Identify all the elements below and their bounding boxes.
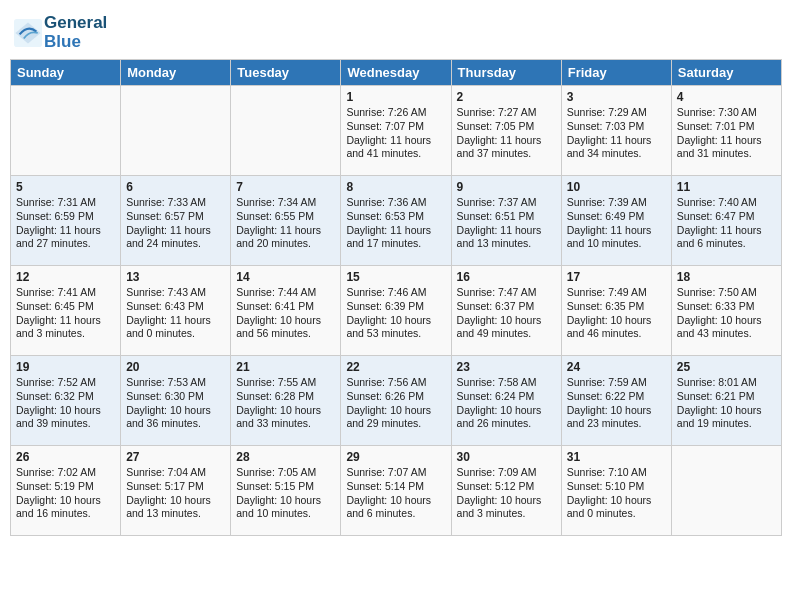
day-info-line: Daylight: 10 hours and 23 minutes. xyxy=(567,404,666,431)
day-info-line: Daylight: 10 hours and 10 minutes. xyxy=(236,494,335,521)
day-info-line: Sunset: 6:45 PM xyxy=(16,300,115,314)
day-number: 2 xyxy=(457,90,556,104)
calendar-cell: 31Sunrise: 7:10 AMSunset: 5:10 PMDayligh… xyxy=(561,446,671,536)
day-number: 28 xyxy=(236,450,335,464)
day-number: 4 xyxy=(677,90,776,104)
calendar-week-3: 12Sunrise: 7:41 AMSunset: 6:45 PMDayligh… xyxy=(11,266,782,356)
day-info-line: Sunset: 6:55 PM xyxy=(236,210,335,224)
calendar-week-1: 1Sunrise: 7:26 AMSunset: 7:07 PMDaylight… xyxy=(11,86,782,176)
day-info-line: Sunset: 5:15 PM xyxy=(236,480,335,494)
day-header-thursday: Thursday xyxy=(451,60,561,86)
day-info-line: Sunrise: 7:39 AM xyxy=(567,196,666,210)
day-number: 7 xyxy=(236,180,335,194)
day-info-line: Daylight: 11 hours and 3 minutes. xyxy=(16,314,115,341)
day-info-line: Sunset: 6:39 PM xyxy=(346,300,445,314)
day-info-line: Sunrise: 7:36 AM xyxy=(346,196,445,210)
calendar-body: 1Sunrise: 7:26 AMSunset: 7:07 PMDaylight… xyxy=(11,86,782,536)
day-info-line: Sunset: 6:33 PM xyxy=(677,300,776,314)
day-info-line: Daylight: 10 hours and 33 minutes. xyxy=(236,404,335,431)
logo-icon xyxy=(14,19,42,47)
day-info-line: Sunrise: 7:02 AM xyxy=(16,466,115,480)
day-info-line: Sunset: 6:47 PM xyxy=(677,210,776,224)
day-number: 19 xyxy=(16,360,115,374)
calendar-cell: 1Sunrise: 7:26 AMSunset: 7:07 PMDaylight… xyxy=(341,86,451,176)
day-info-line: Sunset: 6:26 PM xyxy=(346,390,445,404)
day-info-line: Sunset: 6:57 PM xyxy=(126,210,225,224)
day-number: 6 xyxy=(126,180,225,194)
day-info-line: Daylight: 11 hours and 10 minutes. xyxy=(567,224,666,251)
calendar-cell: 23Sunrise: 7:58 AMSunset: 6:24 PMDayligh… xyxy=(451,356,561,446)
day-info-line: Sunset: 6:21 PM xyxy=(677,390,776,404)
logo: General Blue xyxy=(14,14,107,51)
day-info-line: Sunrise: 7:43 AM xyxy=(126,286,225,300)
calendar-cell: 20Sunrise: 7:53 AMSunset: 6:30 PMDayligh… xyxy=(121,356,231,446)
day-info-line: Daylight: 10 hours and 13 minutes. xyxy=(126,494,225,521)
calendar-cell: 11Sunrise: 7:40 AMSunset: 6:47 PMDayligh… xyxy=(671,176,781,266)
calendar-cell: 3Sunrise: 7:29 AMSunset: 7:03 PMDaylight… xyxy=(561,86,671,176)
day-info-line: Daylight: 10 hours and 39 minutes. xyxy=(16,404,115,431)
day-number: 13 xyxy=(126,270,225,284)
day-info-line: Sunrise: 7:53 AM xyxy=(126,376,225,390)
day-info-line: Sunrise: 7:10 AM xyxy=(567,466,666,480)
logo-blue: Blue xyxy=(44,33,107,52)
day-info-line: Sunrise: 7:47 AM xyxy=(457,286,556,300)
calendar-cell xyxy=(671,446,781,536)
day-number: 26 xyxy=(16,450,115,464)
day-info-line: Sunrise: 7:46 AM xyxy=(346,286,445,300)
calendar-cell: 24Sunrise: 7:59 AMSunset: 6:22 PMDayligh… xyxy=(561,356,671,446)
day-info-line: Sunrise: 8:01 AM xyxy=(677,376,776,390)
day-info-line: Daylight: 11 hours and 17 minutes. xyxy=(346,224,445,251)
day-info-line: Daylight: 10 hours and 3 minutes. xyxy=(457,494,556,521)
day-info-line: Sunset: 6:59 PM xyxy=(16,210,115,224)
day-info-line: Daylight: 11 hours and 20 minutes. xyxy=(236,224,335,251)
day-info-line: Daylight: 10 hours and 53 minutes. xyxy=(346,314,445,341)
day-info-line: Sunset: 5:19 PM xyxy=(16,480,115,494)
day-info-line: Sunset: 6:24 PM xyxy=(457,390,556,404)
day-number: 31 xyxy=(567,450,666,464)
calendar-cell: 16Sunrise: 7:47 AMSunset: 6:37 PMDayligh… xyxy=(451,266,561,356)
day-info-line: Daylight: 10 hours and 43 minutes. xyxy=(677,314,776,341)
calendar-cell: 29Sunrise: 7:07 AMSunset: 5:14 PMDayligh… xyxy=(341,446,451,536)
day-number: 29 xyxy=(346,450,445,464)
day-info-line: Daylight: 11 hours and 13 minutes. xyxy=(457,224,556,251)
page-header: General Blue xyxy=(10,10,782,51)
day-number: 14 xyxy=(236,270,335,284)
day-info-line: Daylight: 11 hours and 34 minutes. xyxy=(567,134,666,161)
day-info-line: Daylight: 10 hours and 19 minutes. xyxy=(677,404,776,431)
day-header-sunday: Sunday xyxy=(11,60,121,86)
calendar-cell: 27Sunrise: 7:04 AMSunset: 5:17 PMDayligh… xyxy=(121,446,231,536)
calendar-table: SundayMondayTuesdayWednesdayThursdayFrid… xyxy=(10,59,782,536)
day-info-line: Sunrise: 7:50 AM xyxy=(677,286,776,300)
calendar-cell: 8Sunrise: 7:36 AMSunset: 6:53 PMDaylight… xyxy=(341,176,451,266)
day-info-line: Daylight: 10 hours and 16 minutes. xyxy=(16,494,115,521)
day-number: 25 xyxy=(677,360,776,374)
day-info-line: Sunrise: 7:30 AM xyxy=(677,106,776,120)
day-info-line: Sunrise: 7:55 AM xyxy=(236,376,335,390)
day-info-line: Sunset: 5:12 PM xyxy=(457,480,556,494)
day-number: 22 xyxy=(346,360,445,374)
day-number: 12 xyxy=(16,270,115,284)
day-header-saturday: Saturday xyxy=(671,60,781,86)
day-number: 17 xyxy=(567,270,666,284)
day-info-line: Sunset: 7:05 PM xyxy=(457,120,556,134)
day-info-line: Sunrise: 7:27 AM xyxy=(457,106,556,120)
calendar-cell: 15Sunrise: 7:46 AMSunset: 6:39 PMDayligh… xyxy=(341,266,451,356)
day-info-line: Sunset: 6:37 PM xyxy=(457,300,556,314)
day-number: 30 xyxy=(457,450,556,464)
day-info-line: Daylight: 10 hours and 26 minutes. xyxy=(457,404,556,431)
day-info-line: Daylight: 11 hours and 0 minutes. xyxy=(126,314,225,341)
calendar-week-2: 5Sunrise: 7:31 AMSunset: 6:59 PMDaylight… xyxy=(11,176,782,266)
day-info-line: Sunset: 6:51 PM xyxy=(457,210,556,224)
logo-general: General xyxy=(44,14,107,33)
day-number: 23 xyxy=(457,360,556,374)
calendar-cell: 17Sunrise: 7:49 AMSunset: 6:35 PMDayligh… xyxy=(561,266,671,356)
day-number: 8 xyxy=(346,180,445,194)
day-info-line: Sunrise: 7:26 AM xyxy=(346,106,445,120)
day-info-line: Daylight: 11 hours and 27 minutes. xyxy=(16,224,115,251)
calendar-cell: 25Sunrise: 8:01 AMSunset: 6:21 PMDayligh… xyxy=(671,356,781,446)
calendar-cell: 14Sunrise: 7:44 AMSunset: 6:41 PMDayligh… xyxy=(231,266,341,356)
day-info-line: Sunset: 6:53 PM xyxy=(346,210,445,224)
day-info-line: Sunrise: 7:34 AM xyxy=(236,196,335,210)
calendar-cell: 21Sunrise: 7:55 AMSunset: 6:28 PMDayligh… xyxy=(231,356,341,446)
day-info-line: Sunrise: 7:44 AM xyxy=(236,286,335,300)
